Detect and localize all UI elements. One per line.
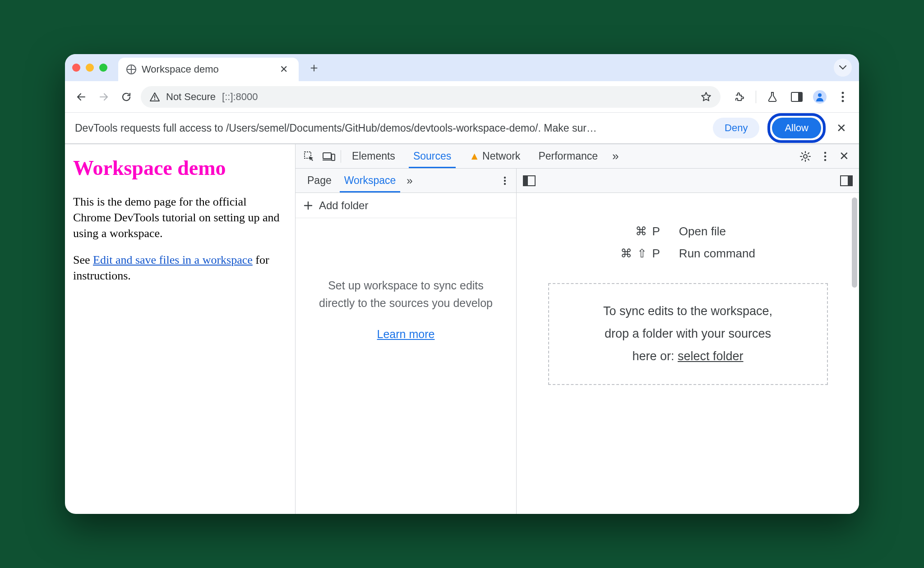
main-area: Workspace demo This is the demo page for… (65, 144, 859, 514)
new-tab-button[interactable]: ＋ (303, 56, 325, 79)
back-button[interactable] (73, 89, 89, 105)
learn-more-link[interactable]: Learn more (377, 325, 435, 343)
devtools-tabbar: Elements Sources ▲Network Performance » … (296, 144, 859, 169)
globe-icon (126, 64, 136, 74)
devtools-menu-button[interactable] (819, 151, 831, 161)
sources-content: Page Workspace » Add folder Set up works… (296, 169, 859, 514)
close-tab-button[interactable]: ✕ (277, 64, 291, 75)
tab-search-button[interactable] (834, 59, 852, 77)
drop-line-2: drop a folder with your sources (572, 323, 804, 345)
devtools-settings-button[interactable] (795, 151, 816, 162)
run-command-label: Run command (679, 247, 755, 261)
sources-editor: ⌘ P Open file ⌘ ⇧ P Run command To sync … (517, 169, 859, 514)
tab-network[interactable]: ▲Network (462, 145, 527, 168)
separator (756, 91, 756, 103)
extensions-button[interactable] (731, 89, 748, 105)
show-navigator-button[interactable] (523, 175, 536, 186)
reload-icon (121, 92, 132, 102)
arrow-left-icon (76, 92, 87, 102)
infobar-close-button[interactable]: ✕ (834, 121, 849, 135)
device-toolbar-button[interactable] (321, 148, 337, 165)
warning-triangle-icon: ▲ (469, 150, 480, 162)
kebab-icon (824, 151, 827, 161)
show-debugger-button[interactable] (840, 175, 853, 186)
chevron-down-icon (839, 65, 846, 70)
drop-line-3: here or: select folder (572, 345, 804, 368)
select-folder-link[interactable]: select folder (678, 349, 744, 363)
page-content: Workspace demo This is the demo page for… (65, 144, 295, 514)
close-window-button[interactable] (72, 64, 80, 72)
deny-button[interactable]: Deny (713, 118, 759, 138)
svg-point-1 (154, 99, 156, 100)
devices-icon (323, 151, 335, 161)
kebab-icon (841, 92, 844, 102)
tab-performance[interactable]: Performance (531, 145, 605, 168)
maximize-window-button[interactable] (99, 64, 107, 72)
svg-point-18 (504, 183, 506, 184)
bookmark-button[interactable] (701, 92, 711, 102)
svg-point-16 (504, 176, 506, 178)
drop-line-1: To sync edits to the workspace, (572, 300, 804, 323)
side-panel-button[interactable] (789, 89, 805, 105)
page-heading: Workspace demo (73, 154, 287, 182)
editor-toolbar (517, 169, 859, 193)
svg-rect-11 (332, 154, 335, 160)
star-icon (701, 92, 711, 102)
window-controls (72, 64, 107, 72)
allow-button[interactable]: Allow (772, 118, 821, 138)
tab-elements[interactable]: Elements (345, 145, 402, 168)
scrollbar-thumb[interactable] (852, 197, 857, 288)
devtools-panel: Elements Sources ▲Network Performance » … (295, 144, 859, 514)
svg-point-17 (504, 179, 506, 181)
add-folder-label: Add folder (319, 199, 368, 212)
forward-button[interactable] (96, 89, 112, 105)
browser-window: Workspace demo ✕ ＋ Not Secure [::]:8000 (65, 54, 859, 514)
svg-point-13 (824, 151, 827, 154)
drop-zone[interactable]: To sync edits to the workspace, drop a f… (548, 283, 828, 385)
profile-button[interactable] (813, 90, 827, 104)
editor-empty-state: ⌘ P Open file ⌘ ⇧ P Run command To sync … (517, 193, 859, 514)
shortcuts-list: ⌘ P Open file ⌘ ⇧ P Run command (620, 224, 755, 261)
browser-tab[interactable]: Workspace demo ✕ (118, 58, 299, 81)
run-command-shortcut: ⌘ ⇧ P (620, 247, 661, 261)
subtabs-overflow-button[interactable]: » (402, 174, 417, 187)
tab-title: Workspace demo (142, 64, 219, 75)
subtab-workspace[interactable]: Workspace (338, 169, 402, 192)
devtools-close-button[interactable]: ✕ (835, 149, 854, 163)
add-folder-button[interactable]: Add folder (296, 193, 516, 218)
panel-icon (791, 92, 803, 102)
tab-strip: Workspace demo ✕ ＋ (65, 54, 859, 81)
svg-point-5 (842, 92, 844, 94)
reload-button[interactable] (118, 89, 134, 105)
svg-point-7 (842, 100, 844, 102)
page-paragraph-1: This is the demo page for the official C… (73, 194, 287, 241)
plus-icon (304, 201, 313, 210)
svg-point-12 (804, 155, 807, 158)
warning-icon (150, 92, 160, 101)
arrow-right-icon (98, 92, 109, 102)
flask-icon (767, 92, 777, 102)
sources-subtabs: Page Workspace » (296, 169, 516, 193)
chrome-menu-button[interactable] (835, 89, 851, 105)
navigator-menu-button[interactable] (499, 176, 511, 185)
inspect-element-button[interactable] (301, 148, 317, 165)
infobar-message: DevTools requests full access to /Users/… (75, 122, 705, 134)
labs-button[interactable] (764, 89, 781, 105)
allow-highlight: Allow (767, 113, 826, 143)
puzzle-icon (734, 92, 745, 102)
tab-sources[interactable]: Sources (406, 145, 458, 168)
subtab-page[interactable]: Page (301, 169, 338, 192)
security-label: Not Secure (166, 91, 216, 103)
minimize-window-button[interactable] (86, 64, 94, 72)
svg-rect-9 (323, 153, 331, 159)
address-bar[interactable]: Not Secure [::]:8000 (141, 86, 721, 108)
tutorial-link[interactable]: Edit and save files in a workspace (93, 253, 253, 266)
page-paragraph-2: See Edit and save files in a workspace f… (73, 252, 287, 284)
kebab-icon (504, 176, 506, 185)
person-icon (815, 92, 824, 101)
url-text: [::]:8000 (222, 91, 258, 103)
sources-navigator: Page Workspace » Add folder Set up works… (296, 169, 517, 514)
tabs-overflow-button[interactable]: » (609, 149, 622, 163)
separator (341, 150, 341, 163)
open-file-shortcut: ⌘ P (620, 224, 661, 238)
